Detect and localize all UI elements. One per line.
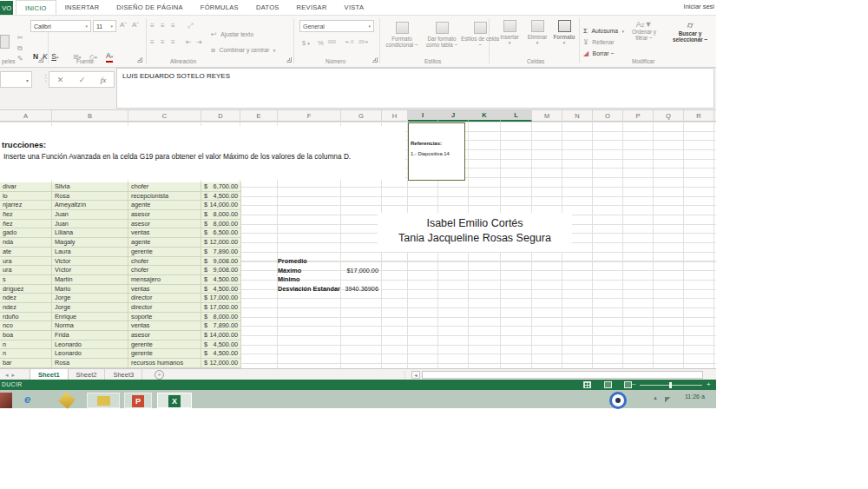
file-tab[interactable]: VO xyxy=(0,1,13,15)
name-box-dropdown-icon[interactable]: ▾ xyxy=(26,77,29,83)
table-cell-salary[interactable]: $17,000.00 xyxy=(201,303,241,313)
table-cell-salary[interactable]: $4,500.00 xyxy=(201,192,241,202)
table-cell[interactable]: ñez xyxy=(0,220,52,229)
table-row[interactable]: dríguezMarioventas$4,500.00 xyxy=(0,285,241,294)
scroll-left-icon[interactable]: ◄ xyxy=(411,371,420,379)
table-cell[interactable]: chofer xyxy=(128,257,201,267)
horizontal-scrollbar[interactable] xyxy=(422,371,703,379)
column-header-M[interactable]: M xyxy=(532,110,562,122)
font-name-select[interactable]: Calibri▾ xyxy=(30,20,91,32)
merge-center-button[interactable]: ⧈ Combinar y centrar ▾ xyxy=(211,40,275,56)
table-cell[interactable]: s xyxy=(0,275,52,285)
align-bottom-icon[interactable]: ≡ xyxy=(171,23,175,30)
table-row[interactable]: ateLauragerente$7,890.00 xyxy=(0,248,241,257)
table-cell-salary[interactable]: $9,008.00 xyxy=(201,257,241,267)
table-cell-salary[interactable]: $8,000.00 xyxy=(201,220,241,229)
column-header-F[interactable]: F xyxy=(278,110,341,122)
table-cell[interactable]: Víctor xyxy=(52,266,128,275)
tray-expand-icon[interactable]: ▲ xyxy=(653,395,658,400)
orientation-icon[interactable]: ⤢ xyxy=(187,23,193,30)
table-cell-salary[interactable]: $12,000.00 xyxy=(201,238,241,248)
table-cell-salary[interactable]: $4,500.00 xyxy=(201,285,241,294)
bold-italic-underline[interactable]: N K S▾ xyxy=(33,52,58,61)
table-cell[interactable]: Frida xyxy=(52,331,128,340)
table-row[interactable]: ndezJorgedirector$17,000.00 xyxy=(0,294,241,303)
table-cell[interactable]: boa xyxy=(0,331,52,340)
table-cell-salary[interactable]: $4,500.00 xyxy=(201,349,241,359)
clear-button[interactable]: ◢ Borrar ~ xyxy=(583,43,614,59)
table-cell-salary[interactable]: $7,890.00 xyxy=(201,248,241,257)
table-cell[interactable]: gerente xyxy=(128,349,201,359)
table-cell[interactable]: director xyxy=(128,294,201,303)
table-cell[interactable]: chofer xyxy=(128,182,201,192)
table-cell[interactable]: Leonardo xyxy=(52,340,128,350)
data-table[interactable]: divarSilviachofer$6,700.00loRosarecepcio… xyxy=(0,182,241,368)
table-cell[interactable]: soporte xyxy=(128,313,201,322)
table-cell-salary[interactable]: $6,700.00 xyxy=(201,182,241,192)
increase-font-icon[interactable]: Aˆ xyxy=(120,21,127,29)
table-cell[interactable]: gerente xyxy=(128,248,201,257)
table-cell[interactable]: Leonardo xyxy=(52,349,128,359)
table-cell[interactable]: agente xyxy=(128,238,201,248)
table-row[interactable]: loRosarecepcionista$4,500.00 xyxy=(0,192,241,202)
ribbon-tab-f-rmulas[interactable]: FÓRMULAS xyxy=(192,0,247,15)
column-header-H[interactable]: H xyxy=(382,110,408,122)
table-cell-salary[interactable]: $14,000.00 xyxy=(201,331,241,340)
table-row[interactable]: uraVíctorchofer$9,008.00 xyxy=(0,266,241,275)
table-cell-salary[interactable]: $14,000.00 xyxy=(201,201,241,210)
table-cell[interactable]: Jorge xyxy=(52,294,128,303)
table-cell[interactable]: bar xyxy=(0,359,52,368)
table-row[interactable]: uraVictorchofer$9,008.00 xyxy=(0,257,241,267)
table-cell[interactable]: dríguez xyxy=(0,285,52,294)
decrease-indent-icon[interactable]: ⇤ xyxy=(186,39,192,46)
table-cell-salary[interactable]: $12,000.00 xyxy=(201,359,241,368)
cut-icon[interactable]: ✂ xyxy=(17,35,23,42)
sign-in-link[interactable]: Iniciar sesi xyxy=(684,3,714,10)
table-row[interactable]: gadoLilianaventas$6,500.00 xyxy=(0,228,241,238)
table-cell[interactable]: recursos humanos xyxy=(128,359,201,368)
table-cell[interactable]: chofer xyxy=(128,266,201,275)
excel-taskbar-icon[interactable]: X xyxy=(157,393,192,408)
table-row[interactable]: sMartínmensajero$4,500.00 xyxy=(0,275,241,285)
increase-decimal-icon[interactable]: ↞.0 xyxy=(345,40,353,45)
table-cell[interactable]: asesor xyxy=(128,220,201,229)
table-cell-salary[interactable]: $4,500.00 xyxy=(201,340,241,350)
table-cell[interactable]: Mario xyxy=(52,285,128,294)
delete-button[interactable]: Eliminar ▾ xyxy=(524,20,550,45)
italic-button[interactable]: K xyxy=(43,52,48,61)
zoom-out-icon[interactable]: − xyxy=(632,381,636,388)
table-cell[interactable]: agente xyxy=(128,201,201,210)
column-header-N[interactable]: N xyxy=(562,110,593,122)
number-dialog-launcher[interactable] xyxy=(372,57,378,63)
cell-styles-button[interactable]: Estilos de celda ~ xyxy=(460,22,500,48)
sheet-nav-arrows[interactable]: ◂▸ xyxy=(5,372,18,379)
table-cell[interactable]: ate xyxy=(0,248,52,257)
column-header-G[interactable]: G xyxy=(341,110,382,122)
table-cell[interactable]: n xyxy=(0,349,52,359)
paste-icon[interactable] xyxy=(0,35,10,49)
table-cell[interactable]: mensajero xyxy=(128,275,201,285)
table-cell[interactable]: Victor xyxy=(52,257,128,267)
normal-view-icon[interactable] xyxy=(583,381,591,388)
wrap-text-button[interactable]: ↩ Ajustar texto xyxy=(211,24,253,40)
table-cell-salary[interactable]: $7,890.00 xyxy=(201,321,241,331)
table-cell-salary[interactable]: $17,000.00 xyxy=(201,294,241,303)
ribbon-tab-inicio[interactable]: INICIO xyxy=(16,0,56,15)
page-break-view-icon[interactable] xyxy=(624,381,632,388)
column-header-E[interactable]: E xyxy=(240,110,278,122)
table-cell[interactable]: Ameyaltzín xyxy=(52,201,128,210)
decrease-decimal-icon[interactable]: .00↠ xyxy=(358,40,368,45)
insert-button[interactable]: Insertar ▾ xyxy=(496,20,523,45)
column-header-O[interactable]: O xyxy=(593,110,623,122)
page-layout-view-icon[interactable] xyxy=(604,381,612,388)
table-cell[interactable]: ura xyxy=(0,257,52,267)
table-row[interactable]: ñezJuanasesor$8,000.00 xyxy=(0,220,241,229)
table-cell[interactable]: gado xyxy=(0,228,52,238)
table-row[interactable]: ncoNormaventas$7,890.00 xyxy=(0,321,241,331)
comma-style-icon[interactable]: 000 xyxy=(328,40,336,45)
column-header-Q[interactable]: Q xyxy=(654,110,684,122)
ribbon-tab-dise-o-de-p-gina[interactable]: DISEÑO DE PÁGINA xyxy=(108,0,191,15)
table-cell-salary[interactable]: $9,008.00 xyxy=(201,266,241,275)
column-header-C[interactable]: C xyxy=(128,110,201,122)
table-cell-salary[interactable]: $8,000.00 xyxy=(201,313,241,322)
